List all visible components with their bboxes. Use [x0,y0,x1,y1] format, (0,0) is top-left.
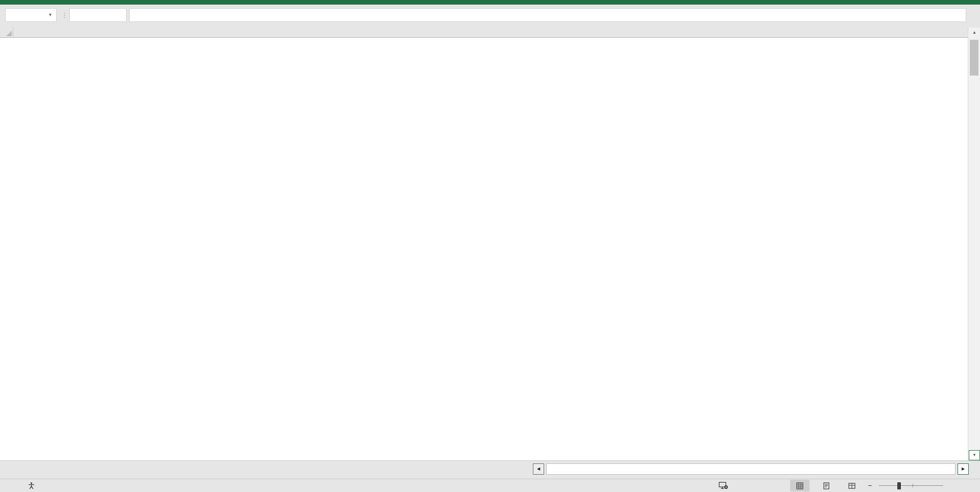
normal-view-button[interactable] [790,480,810,491]
scroll-down-icon[interactable]: ▼ [969,450,980,460]
accessibility-status[interactable] [28,479,37,492]
status-bar: − [0,479,980,492]
accessibility-icon [28,482,35,489]
select-all-corner[interactable] [0,28,13,37]
vertical-scrollbar[interactable]: ▲ ▼ [968,28,980,460]
horizontal-scrollbar-track[interactable] [546,463,955,475]
zoom-slider-handle[interactable] [897,482,901,489]
zoom-out-icon[interactable]: − [868,479,872,492]
page-break-view-icon [848,482,855,489]
hscroll-left-icon[interactable]: ◀ [533,463,544,475]
vertical-scrollbar-thumb[interactable] [970,40,978,76]
formula-bar-drag-dots-icon: ⋮ [61,8,68,22]
name-box[interactable]: ▼ [5,8,57,22]
formula-buttons [69,8,127,22]
zoom-slider-midtick [913,484,913,487]
formula-bar-area: ▼ ⋮ [0,0,980,28]
page-layout-view-icon [823,482,830,489]
zoom-slider-track[interactable] [879,485,943,486]
page-layout-view-button[interactable] [817,480,836,491]
column-headers [0,28,968,38]
hscroll-right-icon[interactable]: ▶ [958,463,969,475]
formula-input[interactable] [129,8,966,22]
display-settings-icon [719,482,728,489]
scroll-up-icon[interactable]: ▲ [969,28,980,38]
normal-view-icon [796,482,803,489]
sheet-grid[interactable] [0,38,968,460]
name-box-dropdown-icon[interactable]: ▼ [48,9,53,21]
page-break-view-button[interactable] [842,480,862,491]
title-bar-strip [0,0,980,5]
display-settings[interactable] [719,479,731,492]
excel-window: ▼ ⋮ ▲ ▼ ◀ ▶ [0,0,980,492]
